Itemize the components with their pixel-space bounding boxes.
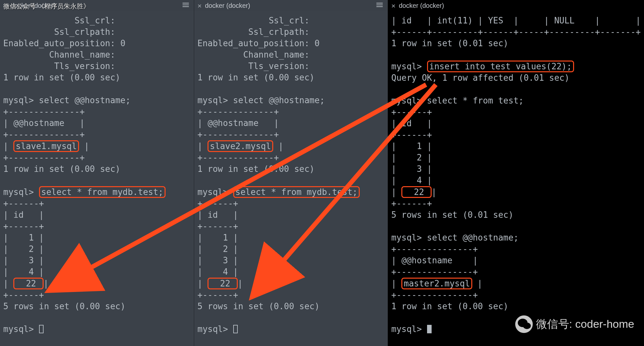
prompt: mysql> (3, 187, 34, 197)
row-summary: 1 row in set (0.00 sec) (3, 164, 120, 174)
prompt: mysql> (391, 62, 422, 71)
prompt: mysql> (197, 187, 228, 197)
row-summary: 5 rows in set (0.00 sec) (197, 301, 320, 311)
status-line: Ssl_crl: (3, 16, 115, 25)
table-row: | 2 | (197, 244, 238, 254)
separator: +------+ (3, 290, 44, 300)
cursor-icon (233, 325, 238, 333)
status-line: Enabled_auto_position: 0 (197, 38, 320, 48)
sql-select-hostname: select @@hostname; (39, 95, 131, 105)
separator: +---------------+ (391, 267, 478, 277)
status-line: Ssl_crlpath: (3, 27, 115, 37)
separator: +------+ (197, 199, 238, 208)
sql-select-hostname: select @@hostname; (233, 95, 325, 105)
table-row: | 3 | (3, 256, 44, 265)
cursor-icon (39, 325, 44, 333)
separator: +--------------+ (3, 107, 85, 117)
watermark-bottom: 微信号: coder-home (515, 315, 634, 333)
separator: +------+ (197, 221, 238, 231)
terminal-output-2[interactable]: Ssl_crl: Ssl_crlpath: Enabled_auto_posit… (194, 11, 388, 346)
separator: +------+ (3, 199, 44, 208)
terminal-output-3[interactable]: | id | int(11) | YES | | NULL | | +-----… (388, 11, 644, 346)
prompt: mysql> (391, 233, 422, 242)
prompt: mysql> (391, 96, 422, 105)
status-line: Channel_name: (3, 50, 115, 60)
separator: +------+ (391, 107, 432, 117)
separator: +---------------+ (391, 290, 478, 300)
prompt: mysql> (3, 95, 34, 105)
separator: +--------------+ (197, 153, 279, 162)
table-row: | 4 | (3, 267, 44, 277)
sql-select-test-highlight: select * from mydb.test; (233, 186, 360, 198)
close-icon[interactable]: × (391, 2, 396, 10)
value-22-highlight: 22 (208, 278, 237, 289)
column-header: | id | (197, 210, 238, 220)
table-row: | 2 | (3, 244, 44, 254)
terminal-pane-2: × docker (docker) Ssl_crl: Ssl_crlpath: … (194, 0, 388, 346)
column-header: | id | (3, 210, 44, 220)
row-summary: 5 rows in set (0.00 sec) (3, 301, 126, 311)
terminal-pane-1: × docker (docker) Ssl_crl: Ssl_crlpath: … (0, 0, 194, 346)
watermark-top: 微信公众号 《程序员朱永胜》 (3, 2, 90, 11)
separator: +------+ (3, 221, 44, 231)
row-summary: 1 row in set (0.00 sec) (3, 73, 120, 82)
separator: +------+---------+------+-----+---------… (391, 27, 641, 37)
row-summary: 1 row in set (0.00 sec) (197, 164, 315, 174)
value-22-highlight: 22 (13, 278, 43, 289)
tab-title-2[interactable]: docker (docker) (205, 2, 250, 9)
status-line: Channel_name: (197, 50, 309, 60)
menu-icon[interactable] (375, 1, 384, 11)
tab-bar-2: × docker (docker) (194, 0, 388, 11)
table-desc-row: | id | int(11) | YES | | NULL | | (391, 16, 641, 25)
table-row: | 1 | (391, 141, 432, 151)
column-header: | id | (391, 118, 432, 128)
sql-insert-highlight: insert into test values(22); (427, 61, 574, 72)
separator: +---------------+ (391, 244, 478, 254)
separator: +--------------+ (3, 130, 85, 139)
watermark-bottom-label: 微信号: coder-home (536, 317, 634, 332)
status-line: Ssl_crl: (197, 16, 309, 25)
separator: +--------------+ (197, 130, 279, 139)
table-row: | 1 | (3, 233, 44, 242)
row-summary: 1 row in set (0.00 sec) (391, 301, 508, 311)
cursor-icon (427, 325, 432, 333)
row-summary: 5 rows in set (0.01 sec) (391, 210, 514, 220)
table-row: | 4 | (197, 267, 238, 277)
status-line: Tls_version: (197, 61, 309, 71)
prompt: mysql> (197, 324, 228, 334)
table-row: | 2 | (391, 153, 432, 162)
sql-select-hostname: select @@hostname; (427, 233, 519, 242)
sql-select-test: select * from test; (427, 96, 524, 105)
terminal-pane-3: × docker (docker) | id | int(11) | YES |… (388, 0, 644, 346)
status-line: Ssl_crlpath: (197, 27, 309, 37)
tab-bar-3: × docker (docker) (388, 0, 644, 11)
separator: +------+ (391, 199, 432, 208)
column-header: | @@hostname | (391, 256, 478, 265)
table-row: | 3 | (197, 256, 238, 265)
prompt: mysql> (391, 324, 422, 334)
prompt: mysql> (197, 95, 228, 105)
wechat-icon (515, 315, 533, 333)
close-icon[interactable]: × (197, 2, 202, 10)
terminal-output-1[interactable]: Ssl_crl: Ssl_crlpath: Enabled_auto_posit… (0, 11, 194, 346)
value-22-highlight: 22 (401, 186, 431, 198)
column-header: | @@hostname | (197, 118, 279, 128)
sql-select-test-highlight: select * from mydb.test; (39, 186, 166, 198)
menu-icon[interactable] (181, 1, 190, 11)
row-summary: 1 row in set (0.01 sec) (391, 38, 508, 48)
prompt: mysql> (3, 324, 34, 334)
row-summary: 1 row in set (0.00 sec) (197, 73, 315, 82)
query-ok: Query OK, 1 row affected (0.01 sec) (391, 73, 570, 83)
column-header: | @@hostname | (3, 118, 85, 128)
status-line: Tls_version: (3, 61, 115, 71)
tab-title-3[interactable]: docker (docker) (399, 2, 444, 9)
table-row: | 3 | (391, 164, 432, 174)
hostname-value-highlight: slave2.mysql (208, 140, 273, 152)
separator: +------+ (197, 290, 238, 300)
separator: +------+ (391, 130, 432, 140)
hostname-value-highlight: slave1.mysql (13, 140, 79, 152)
separator: +--------------+ (3, 153, 85, 162)
separator: +--------------+ (197, 107, 279, 117)
status-line: Enabled_auto_position: 0 (3, 38, 126, 48)
table-row: | 1 | (197, 233, 238, 242)
